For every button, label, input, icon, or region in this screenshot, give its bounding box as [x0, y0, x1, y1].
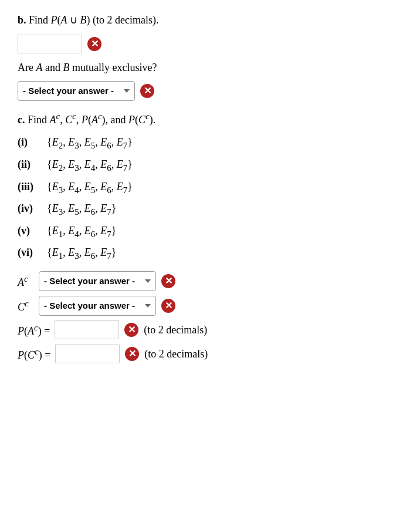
item-vi-label: (vi) — [18, 244, 43, 261]
section-c: c. Find Ac, Cc, P(Ac), and P(Cc). (i) {E… — [18, 109, 402, 364]
item-iii-label: (iii) — [18, 178, 43, 195]
pac-row: P(Ac) = ✕ (to 2 decimals) — [18, 320, 402, 340]
section-b: b. Find P(A ∪ B) (to 2 decimals). ✕ Are … — [18, 12, 402, 101]
section-c-intro: Find Ac, Cc, P(Ac), and P(Cc). — [28, 114, 155, 126]
item-v-label: (v) — [18, 222, 43, 239]
list-item: (vi) {E1, E3, E6, E7} — [18, 244, 402, 263]
item-iv-set: {E3, E5, E6, E7} — [47, 200, 116, 219]
list-item: (iv) {E3, E5, E6, E7} — [18, 200, 402, 219]
list-item: (i) {E2, E3, E5, E6, E7} — [18, 134, 402, 153]
svg-text:✕: ✕ — [128, 325, 136, 335]
ac-label: Ac — [18, 272, 34, 291]
item-v-set: {E1, E4, E6, E7} — [47, 222, 116, 241]
prob-aub-input[interactable] — [18, 35, 82, 53]
item-ii-label: (ii) — [18, 156, 43, 173]
item-i-set: {E2, E3, E5, E6, E7} — [47, 134, 133, 153]
svg-text:✕: ✕ — [91, 39, 99, 49]
cc-clear-icon[interactable]: ✕ — [161, 298, 176, 313]
svg-text:✕: ✕ — [128, 349, 136, 359]
cc-answer-row: Cc - Select your answer - (i) (ii) (iii)… — [18, 296, 402, 316]
svg-text:✕: ✕ — [144, 86, 151, 96]
item-iv-label: (iv) — [18, 200, 43, 217]
pac-input[interactable] — [55, 320, 119, 339]
pcc-input[interactable] — [55, 345, 120, 363]
section-b-label: b. — [18, 14, 26, 26]
pcc-label: P(Cc) = — [18, 345, 50, 364]
mutually-exclusive-dropdown[interactable]: - Select your answer - Yes No — [18, 81, 135, 101]
section-b-intro: Find P(A ∪ B) (to 2 decimals). — [29, 14, 158, 26]
list-item: (v) {E1, E4, E6, E7} — [18, 222, 402, 241]
list-item: (ii) {E2, E3, E4, E6, E7} — [18, 156, 402, 175]
cc-label: Cc — [18, 296, 34, 316]
item-ii-set: {E2, E3, E4, E6, E7} — [47, 156, 133, 175]
pac-label: P(Ac) = — [18, 320, 50, 340]
svg-text:✕: ✕ — [165, 300, 172, 310]
pac-decimals-note: (to 2 decimals) — [144, 322, 207, 339]
ac-clear-icon[interactable]: ✕ — [161, 273, 176, 289]
item-iii-set: {E3, E4, E5, E6, E7} — [47, 178, 133, 197]
svg-text:✕: ✕ — [165, 276, 172, 286]
pac-clear-icon[interactable]: ✕ — [124, 322, 139, 337]
mutually-exclusive-clear-icon[interactable]: ✕ — [140, 83, 155, 99]
list-item: (iii) {E3, E4, E5, E6, E7} — [18, 178, 402, 197]
pcc-decimals-note: (to 2 decimals) — [144, 346, 208, 363]
mutually-exclusive-row: - Select your answer - Yes No ✕ — [18, 81, 402, 101]
item-vi-set: {E1, E3, E6, E7} — [47, 244, 116, 263]
prob-aub-clear-icon[interactable]: ✕ — [87, 36, 102, 52]
ac-answer-row: Ac - Select your answer - (i) (ii) (iii)… — [18, 271, 402, 291]
ac-dropdown[interactable]: - Select your answer - (i) (ii) (iii) (i… — [39, 271, 156, 291]
mutually-exclusive-question: Are A and B mutually exclusive? — [18, 62, 157, 73]
prob-aub-input-row: ✕ — [18, 35, 402, 53]
cc-dropdown[interactable]: - Select your answer - (i) (ii) (iii) (i… — [39, 296, 156, 316]
pcc-row: P(Cc) = ✕ (to 2 decimals) — [18, 345, 402, 364]
section-c-label: c. — [18, 114, 25, 126]
pcc-clear-icon[interactable]: ✕ — [124, 346, 140, 362]
item-i-label: (i) — [18, 134, 43, 151]
